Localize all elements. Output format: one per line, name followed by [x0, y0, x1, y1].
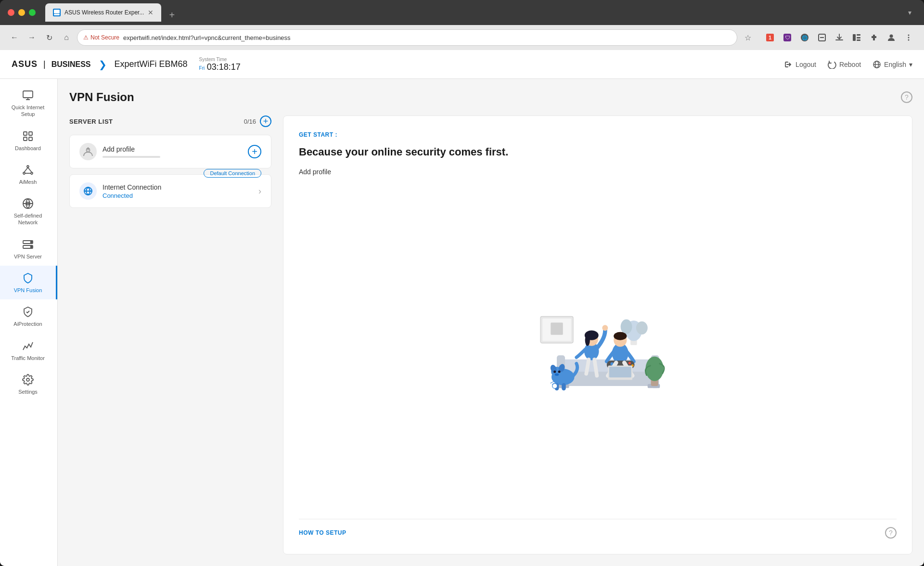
- profile-card-icon: [79, 143, 97, 160]
- logout-label: Logout: [796, 61, 816, 68]
- download-button[interactable]: [832, 30, 847, 45]
- sidebar-item-traffic-monitor[interactable]: Traffic Monitor: [0, 334, 57, 367]
- tabs-dropdown-button[interactable]: ▾: [903, 6, 916, 19]
- add-profile-link[interactable]: Add profile: [299, 168, 897, 176]
- server-list-panel: SERVER LIST 0/16 + A: [69, 116, 271, 554]
- svg-rect-13: [857, 39, 860, 41]
- svg-text:🛡: 🛡: [785, 35, 790, 40]
- connection-chevron-icon: ›: [258, 186, 261, 196]
- profile-info: Add profile: [103, 145, 242, 158]
- logout-button[interactable]: Logout: [784, 60, 816, 69]
- warning-icon: ⚠: [83, 34, 89, 41]
- active-tab[interactable]: ASUS Wireless Router Exper... ✕: [45, 3, 161, 22]
- svg-point-14: [890, 35, 893, 38]
- get-start-headline: Because your online security comes first…: [299, 146, 897, 158]
- profile-add-button[interactable]: +: [248, 145, 261, 158]
- internet-connection-card[interactable]: Default Connection Internet Connection C…: [69, 174, 271, 208]
- title-bar: ASUS Wireless Router Exper... ✕ + ▾: [0, 0, 924, 25]
- traffic-monitor-icon: [21, 339, 35, 353]
- bookmark-button[interactable]: ☆: [741, 31, 755, 44]
- browser-extension-buttons: 1 🛡 🌐: [762, 30, 916, 45]
- how-to-setup-help-icon[interactable]: ?: [885, 527, 897, 539]
- svg-line-31: [24, 167, 28, 172]
- sidebar-item-settings[interactable]: Settings: [0, 367, 57, 401]
- svg-point-65: [629, 361, 631, 364]
- illustration: [299, 187, 897, 519]
- not-secure-text: Not Secure: [90, 34, 119, 41]
- maximize-traffic-light[interactable]: [29, 9, 36, 16]
- connection-info: Internet Connection Connected: [103, 183, 253, 199]
- refresh-button[interactable]: ↻: [42, 31, 56, 44]
- sidebar-item-label: AiMesh: [19, 179, 37, 185]
- system-time-value: 03:18:17: [207, 62, 241, 72]
- svg-point-62: [614, 332, 627, 340]
- svg-rect-0: [54, 10, 60, 13]
- sidebar-item-label: VPN Fusion: [14, 287, 42, 294]
- sidebar-item-label: AiProtection: [13, 321, 42, 327]
- dashboard-icon: [21, 129, 35, 143]
- vpn-fusion-icon: [21, 271, 35, 285]
- address-bar-input[interactable]: ⚠ Not Secure expertwifi.net/index.html?u…: [77, 29, 737, 46]
- server-count: 0/16: [244, 118, 256, 125]
- sidebar-item-vpn-server[interactable]: VPN Server: [0, 232, 57, 266]
- extension-3-button[interactable]: 🌐: [797, 30, 812, 45]
- sidebar-item-aimesh[interactable]: AiMesh: [0, 157, 57, 191]
- sidebar-item-dashboard[interactable]: Dashboard: [0, 124, 57, 157]
- app-body: Quick Internet Setup Dashboard AiMesh: [0, 79, 924, 566]
- how-to-setup-label[interactable]: HOW TO SETUP: [299, 529, 346, 536]
- forward-button[interactable]: →: [25, 31, 38, 44]
- settings-icon: [21, 373, 35, 386]
- svg-point-58: [585, 334, 590, 346]
- brand-separator: |: [43, 59, 46, 69]
- sidebar: Quick Internet Setup Dashboard AiMesh: [0, 79, 58, 566]
- sidebar-item-aiprotection[interactable]: AiProtection: [0, 299, 57, 333]
- extension-4-button[interactable]: [814, 30, 830, 45]
- language-selector[interactable]: English ▾: [873, 60, 912, 69]
- brand-asus-text: ASUS: [12, 59, 38, 69]
- sidebar-item-vpn-fusion[interactable]: VPN Fusion: [0, 266, 57, 299]
- sidebar-item-label: Settings: [18, 388, 38, 395]
- server-list-header: SERVER LIST 0/16 +: [69, 116, 271, 127]
- reboot-button[interactable]: Reboot: [828, 60, 861, 69]
- home-button[interactable]: ⌂: [60, 31, 73, 44]
- profile-button[interactable]: [884, 30, 899, 45]
- svg-rect-24: [24, 132, 27, 135]
- browser-frame: ASUS Wireless Router Exper... ✕ + ▾ ← → …: [0, 0, 924, 566]
- page-help-icon[interactable]: ?: [901, 91, 912, 103]
- svg-point-30: [31, 172, 33, 174]
- sidebar-item-self-defined-network[interactable]: Self-defined Network: [0, 191, 57, 232]
- default-connection-badge: Default Connection: [204, 169, 261, 178]
- get-started-panel: GET START : Because your online security…: [283, 116, 912, 554]
- sidebar-button[interactable]: [849, 30, 864, 45]
- minimize-traffic-light[interactable]: [18, 9, 25, 16]
- new-tab-button[interactable]: +: [165, 8, 179, 22]
- extension-2-button[interactable]: 🛡: [780, 30, 795, 45]
- close-traffic-light[interactable]: [8, 9, 14, 16]
- add-server-button[interactable]: +: [260, 116, 271, 127]
- router-name-text: ExpertWiFi EBM68: [115, 59, 188, 69]
- header-actions: Logout Reboot English ▾: [784, 60, 912, 69]
- brand-chevron-icon: ❯: [99, 59, 107, 70]
- svg-point-37: [31, 241, 32, 243]
- connection-name: Internet Connection: [103, 183, 253, 191]
- svg-line-32: [28, 167, 32, 172]
- svg-rect-77: [562, 383, 566, 390]
- page-title: VPN Fusion: [69, 90, 134, 104]
- profile-bar: [103, 156, 160, 158]
- extension-1-button[interactable]: 1: [762, 30, 778, 45]
- server-list-title: SERVER LIST: [69, 118, 113, 125]
- page-header: VPN Fusion ?: [69, 90, 912, 104]
- extensions-button[interactable]: [866, 30, 882, 45]
- language-dropdown-icon: ▾: [909, 61, 912, 68]
- not-secure-indicator: ⚠ Not Secure: [83, 34, 119, 41]
- menu-button[interactable]: [901, 30, 916, 45]
- svg-point-15: [908, 35, 910, 36]
- reboot-label: Reboot: [839, 61, 861, 68]
- back-button[interactable]: ←: [8, 31, 21, 44]
- connection-status: Connected: [103, 192, 253, 199]
- aiprotection-icon: [21, 305, 35, 319]
- tab-close-button[interactable]: ✕: [148, 9, 154, 16]
- svg-rect-27: [29, 137, 32, 141]
- aimesh-icon: [21, 163, 35, 177]
- sidebar-item-quick-internet-setup[interactable]: Quick Internet Setup: [0, 83, 57, 124]
